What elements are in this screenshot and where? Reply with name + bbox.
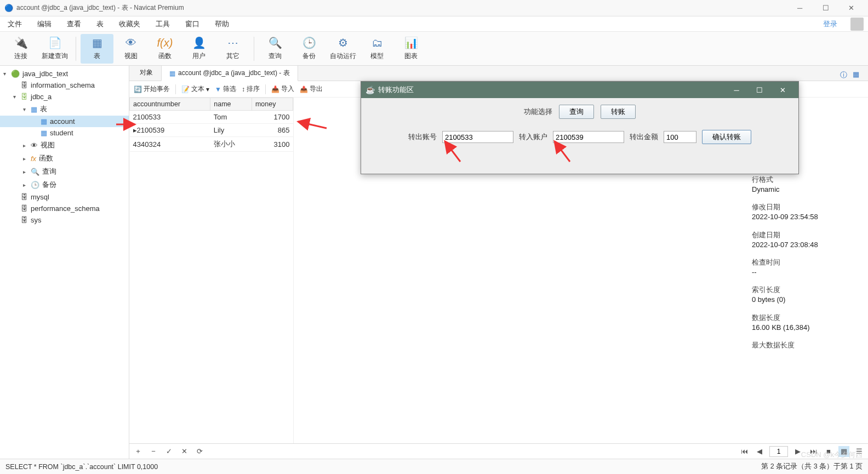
table-row[interactable]: ▸2100539Lily865 [130,124,293,137]
delete-row-button[interactable]: − [148,446,159,457]
confirm-transfer-button[interactable]: 确认转账 [702,130,751,144]
action-sort[interactable]: ↕排序 [242,84,260,94]
table-row[interactable]: 4340324张小小3100 [130,137,293,152]
login-link[interactable]: 登录 [823,19,837,29]
cell[interactable]: 1700 [252,111,293,124]
page-input[interactable] [769,446,788,457]
action-filter[interactable]: ▼筛选 [215,84,236,94]
window-controls: ─ ☐ ✕ [787,1,864,16]
record-navigator: + − ✓ ✕ ⟳ ⏮ ◀ ▶ ⏭ ■ ▦ ☰ [129,443,868,459]
toolbar: 🔌连接 📄新建查询 ▦表 👁视图 f(x)函数 👤用户 ⋯其它 🔍查询 🕒备份 … [0,32,868,66]
tree-views-folder[interactable]: ▸👁视图 [0,139,129,152]
dialog-minimize-button[interactable]: ─ [725,83,748,97]
chevron-right-icon[interactable]: ▸ [23,156,31,162]
chevron-down-icon[interactable]: ▾ [3,71,11,77]
tool-connect[interactable]: 🔌连接 [4,34,37,64]
avatar[interactable] [850,18,864,31]
cell[interactable]: 3100 [252,137,293,152]
tool-autorun[interactable]: ⚙自动运行 [327,34,359,64]
info-icon[interactable]: ⓘ [840,70,847,80]
cell[interactable]: 张小小 [210,137,252,152]
data-table[interactable]: accountnumber name money 2100533Tom1700 … [129,98,293,152]
panel-toggle-icon[interactable]: ▦ [853,70,859,80]
tool-other[interactable]: ⋯其它 [216,34,249,64]
in-account-input[interactable] [553,131,624,143]
tool-model[interactable]: 🗂模型 [361,34,393,64]
cell[interactable]: Lily [210,124,252,137]
commit-button[interactable]: ✓ [163,446,174,457]
chevron-down-icon[interactable]: ▾ [13,94,21,100]
prop-created-value: 2022-10-07 23:08:48 [752,240,858,250]
add-row-button[interactable]: + [133,446,144,457]
tree-queries-folder[interactable]: ▸🔍查询 [0,165,129,178]
first-page-button[interactable]: ⏮ [739,446,750,457]
menu-file[interactable]: 文件 [4,17,25,31]
dialog-transfer-button[interactable]: 转账 [601,105,636,119]
tree-jdbc-a[interactable]: ▾🗄jdbc_a [0,91,129,102]
maximize-button[interactable]: ☐ [813,1,838,16]
tool-query[interactable]: 🔍查询 [259,34,292,64]
menu-favorites[interactable]: 收藏夹 [116,17,144,31]
chevron-down-icon[interactable]: ▾ [23,106,31,112]
tool-chart[interactable]: 📊图表 [395,34,427,64]
cell[interactable]: 4340324 [130,137,210,152]
menu-window[interactable]: 窗口 [182,17,203,31]
col-money[interactable]: money [252,98,293,111]
filter-icon: ▼ [215,85,221,93]
tool-newquery[interactable]: 📄新建查询 [38,34,71,64]
tree-table-student[interactable]: ▦student [0,127,129,139]
chevron-right-icon[interactable]: ▸ [23,169,31,175]
cell[interactable]: 865 [252,124,293,137]
tree-backup-folder[interactable]: ▸🕒备份 [0,178,129,191]
tree-sys[interactable]: 🗄sys [0,214,129,226]
menu-tools[interactable]: 工具 [152,17,173,31]
tree-perf-schema[interactable]: 🗄performance_schema [0,203,129,214]
dialog-close-button[interactable]: ✕ [771,83,794,97]
cell[interactable]: ▸2100539 [130,124,210,137]
tree-mysql[interactable]: 🗄mysql [0,191,129,203]
refresh-button[interactable]: ⟳ [194,446,205,457]
chart-icon: 📊 [404,36,418,49]
prev-page-button[interactable]: ◀ [754,446,765,457]
cell[interactable]: Tom [210,111,252,124]
tab-objects[interactable]: 对象 [132,65,161,81]
menu-view[interactable]: 查看 [64,17,84,31]
java-icon: ☕ [366,85,375,94]
tree-table-account[interactable]: ▦account [0,116,129,127]
dialog-titlebar[interactable]: ☕ 转账功能区 ─ ☐ ✕ [361,82,798,98]
action-export[interactable]: 📤导出 [300,84,323,94]
cancel-button[interactable]: ✕ [179,446,190,457]
tree-tables-folder[interactable]: ▾▦表 [0,102,129,116]
tool-table[interactable]: ▦表 [81,34,113,64]
tree-functions-folder[interactable]: ▸fx函数 [0,152,129,165]
tree-root[interactable]: ▾🟢java_jdbc_text [0,68,129,79]
table-row[interactable]: 2100533Tom1700 [130,111,293,124]
out-account-input[interactable] [442,131,513,143]
close-button[interactable]: ✕ [839,1,864,16]
action-import[interactable]: 📥导入 [271,84,294,94]
menu-help[interactable]: 帮助 [212,17,232,31]
tool-view[interactable]: 👁视图 [115,34,147,64]
chevron-right-icon[interactable]: ▸ [23,142,31,149]
sort-icon: ↕ [242,85,245,93]
cell[interactable]: 2100533 [130,111,210,124]
out-account-label: 转出账号 [408,132,437,142]
tab-account-table[interactable]: ▦account @jdbc_a (java_jdbc_text) - 表 [161,65,298,81]
action-text[interactable]: 📝文本 ▾ [181,84,209,94]
dialog-query-button[interactable]: 查询 [559,105,594,119]
action-begin-trans[interactable]: 🔄开始事务 [134,84,170,94]
dialog-maximize-button[interactable]: ☐ [748,83,771,97]
chevron-right-icon[interactable]: ▸ [23,182,31,188]
tree-info-schema[interactable]: 🗄information_schema [0,79,129,91]
schema-icon: 🗄 [21,93,28,101]
menu-table[interactable]: 表 [93,17,107,31]
schema-icon: 🗄 [21,81,28,89]
col-name[interactable]: name [210,98,252,111]
amount-input[interactable] [664,131,696,143]
tool-backup[interactable]: 🕒备份 [293,34,326,64]
col-accountnumber[interactable]: accountnumber [130,98,210,111]
menu-edit[interactable]: 编辑 [34,17,55,31]
tool-user[interactable]: 👤用户 [182,34,215,64]
minimize-button[interactable]: ─ [787,1,812,16]
tool-function[interactable]: f(x)函数 [149,34,181,64]
